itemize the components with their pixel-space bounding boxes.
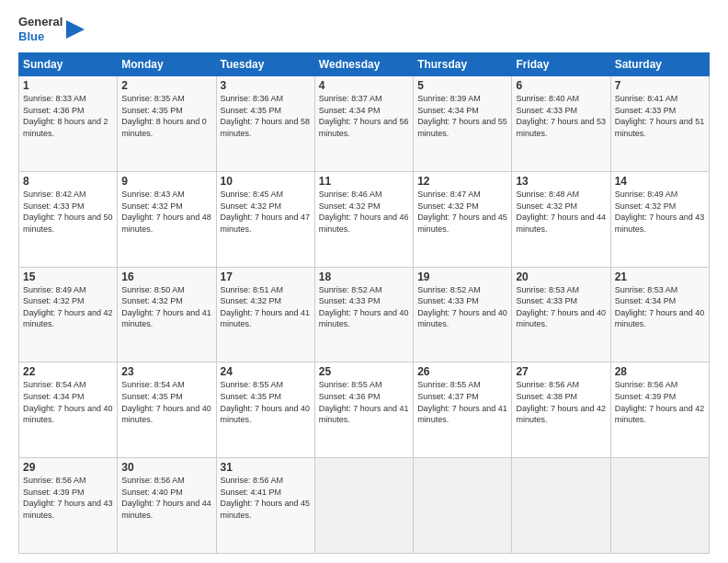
calendar-header-row: Sunday Monday Tuesday Wednesday Thursday… [19, 53, 710, 76]
day-info: Sunrise: 8:43 AM Sunset: 4:32 PM Dayligh… [121, 189, 211, 235]
day-number: 18 [319, 270, 409, 283]
day-number: 25 [319, 365, 409, 378]
table-row: 12 Sunrise: 8:47 AM Sunset: 4:32 PM Dayl… [414, 171, 512, 267]
day-info: Sunrise: 8:39 AM Sunset: 4:34 PM Dayligh… [417, 93, 507, 139]
day-number: 16 [121, 270, 211, 283]
day-number: 11 [319, 175, 409, 188]
day-number: 28 [615, 365, 705, 378]
table-row: 31 Sunrise: 8:56 AM Sunset: 4:41 PM Dayl… [216, 458, 314, 554]
day-info: Sunrise: 8:46 AM Sunset: 4:32 PM Dayligh… [319, 189, 409, 235]
day-number: 5 [417, 79, 507, 92]
day-info: Sunrise: 8:56 AM Sunset: 4:41 PM Dayligh… [221, 475, 311, 521]
day-number: 19 [417, 270, 507, 283]
table-row: 17 Sunrise: 8:51 AM Sunset: 4:32 PM Dayl… [216, 267, 314, 362]
table-row: 13 Sunrise: 8:48 AM Sunset: 4:32 PM Dayl… [512, 171, 610, 267]
logo-arrow-icon [66, 20, 85, 39]
calendar-table: Sunday Monday Tuesday Wednesday Thursday… [18, 52, 710, 554]
day-number: 24 [221, 365, 311, 378]
svg-marker-0 [66, 20, 85, 39]
day-number: 14 [615, 175, 705, 188]
day-info: Sunrise: 8:53 AM Sunset: 4:33 PM Dayligh… [516, 284, 606, 330]
day-info: Sunrise: 8:54 AM Sunset: 4:35 PM Dayligh… [121, 379, 211, 425]
day-number: 3 [221, 79, 311, 92]
day-number: 6 [516, 79, 606, 92]
table-row [610, 458, 709, 554]
table-row: 23 Sunrise: 8:54 AM Sunset: 4:35 PM Dayl… [118, 362, 216, 458]
day-info: Sunrise: 8:49 AM Sunset: 4:32 PM Dayligh… [615, 189, 705, 235]
table-row: 5 Sunrise: 8:39 AM Sunset: 4:34 PM Dayli… [414, 76, 512, 172]
table-row: 8 Sunrise: 8:42 AM Sunset: 4:33 PM Dayli… [19, 171, 118, 267]
day-number: 17 [221, 270, 311, 283]
day-info: Sunrise: 8:52 AM Sunset: 4:33 PM Dayligh… [319, 284, 409, 330]
day-number: 2 [121, 79, 211, 92]
table-row: 16 Sunrise: 8:50 AM Sunset: 4:32 PM Dayl… [118, 267, 216, 362]
day-info: Sunrise: 8:56 AM Sunset: 4:38 PM Dayligh… [516, 379, 606, 425]
col-wednesday: Wednesday [314, 53, 413, 76]
day-info: Sunrise: 8:55 AM Sunset: 4:35 PM Dayligh… [221, 379, 311, 425]
table-row: 1 Sunrise: 8:33 AM Sunset: 4:36 PM Dayli… [19, 76, 118, 172]
day-number: 31 [221, 461, 311, 474]
day-number: 23 [121, 365, 211, 378]
table-row: 30 Sunrise: 8:56 AM Sunset: 4:40 PM Dayl… [118, 458, 216, 554]
table-row: 9 Sunrise: 8:43 AM Sunset: 4:32 PM Dayli… [118, 171, 216, 267]
day-info: Sunrise: 8:37 AM Sunset: 4:34 PM Dayligh… [319, 93, 409, 139]
day-info: Sunrise: 8:36 AM Sunset: 4:35 PM Dayligh… [221, 93, 311, 139]
table-row: 15 Sunrise: 8:49 AM Sunset: 4:32 PM Dayl… [19, 267, 118, 362]
table-row: 19 Sunrise: 8:52 AM Sunset: 4:33 PM Dayl… [414, 267, 512, 362]
table-row [414, 458, 512, 554]
table-row: 11 Sunrise: 8:46 AM Sunset: 4:32 PM Dayl… [314, 171, 413, 267]
day-info: Sunrise: 8:47 AM Sunset: 4:32 PM Dayligh… [417, 189, 507, 235]
day-number: 27 [516, 365, 606, 378]
day-info: Sunrise: 8:54 AM Sunset: 4:34 PM Dayligh… [23, 379, 113, 425]
day-info: Sunrise: 8:42 AM Sunset: 4:33 PM Dayligh… [23, 189, 113, 235]
day-number: 10 [221, 175, 311, 188]
day-info: Sunrise: 8:50 AM Sunset: 4:32 PM Dayligh… [121, 284, 211, 330]
day-number: 9 [121, 175, 211, 188]
day-info: Sunrise: 8:33 AM Sunset: 4:36 PM Dayligh… [23, 93, 113, 139]
table-row: 27 Sunrise: 8:56 AM Sunset: 4:38 PM Dayl… [512, 362, 610, 458]
day-number: 20 [516, 270, 606, 283]
day-number: 13 [516, 175, 606, 188]
col-sunday: Sunday [19, 53, 118, 76]
table-row: 7 Sunrise: 8:41 AM Sunset: 4:33 PM Dayli… [610, 76, 709, 172]
logo: General Blue [18, 15, 85, 43]
day-info: Sunrise: 8:40 AM Sunset: 4:33 PM Dayligh… [516, 93, 606, 139]
day-info: Sunrise: 8:56 AM Sunset: 4:39 PM Dayligh… [615, 379, 705, 425]
day-info: Sunrise: 8:55 AM Sunset: 4:36 PM Dayligh… [319, 379, 409, 425]
day-number: 22 [23, 365, 113, 378]
day-number: 21 [615, 270, 705, 283]
day-info: Sunrise: 8:35 AM Sunset: 4:35 PM Dayligh… [121, 93, 211, 139]
table-row [512, 458, 610, 554]
table-row: 3 Sunrise: 8:36 AM Sunset: 4:35 PM Dayli… [216, 76, 314, 172]
table-row: 10 Sunrise: 8:45 AM Sunset: 4:32 PM Dayl… [216, 171, 314, 267]
day-info: Sunrise: 8:56 AM Sunset: 4:40 PM Dayligh… [121, 475, 211, 521]
day-info: Sunrise: 8:41 AM Sunset: 4:33 PM Dayligh… [615, 93, 705, 139]
day-number: 1 [23, 79, 113, 92]
table-row: 18 Sunrise: 8:52 AM Sunset: 4:33 PM Dayl… [314, 267, 413, 362]
table-row: 21 Sunrise: 8:53 AM Sunset: 4:34 PM Dayl… [610, 267, 709, 362]
col-friday: Friday [512, 53, 610, 76]
table-row: 4 Sunrise: 8:37 AM Sunset: 4:34 PM Dayli… [314, 76, 413, 172]
day-info: Sunrise: 8:49 AM Sunset: 4:32 PM Dayligh… [23, 284, 113, 330]
day-info: Sunrise: 8:56 AM Sunset: 4:39 PM Dayligh… [23, 475, 113, 521]
col-thursday: Thursday [414, 53, 512, 76]
day-info: Sunrise: 8:55 AM Sunset: 4:37 PM Dayligh… [417, 379, 507, 425]
day-info: Sunrise: 8:52 AM Sunset: 4:33 PM Dayligh… [417, 284, 507, 330]
day-number: 26 [417, 365, 507, 378]
table-row: 25 Sunrise: 8:55 AM Sunset: 4:36 PM Dayl… [314, 362, 413, 458]
day-number: 29 [23, 461, 113, 474]
day-info: Sunrise: 8:51 AM Sunset: 4:32 PM Dayligh… [221, 284, 311, 330]
col-tuesday: Tuesday [216, 53, 314, 76]
table-row: 2 Sunrise: 8:35 AM Sunset: 4:35 PM Dayli… [118, 76, 216, 172]
header: General Blue [18, 15, 710, 43]
calendar-week-row: 15 Sunrise: 8:49 AM Sunset: 4:32 PM Dayl… [19, 267, 710, 362]
calendar-week-row: 1 Sunrise: 8:33 AM Sunset: 4:36 PM Dayli… [19, 76, 710, 172]
day-number: 7 [615, 79, 705, 92]
table-row: 20 Sunrise: 8:53 AM Sunset: 4:33 PM Dayl… [512, 267, 610, 362]
day-number: 12 [417, 175, 507, 188]
day-info: Sunrise: 8:53 AM Sunset: 4:34 PM Dayligh… [615, 284, 705, 330]
col-saturday: Saturday [610, 53, 709, 76]
calendar-week-row: 29 Sunrise: 8:56 AM Sunset: 4:39 PM Dayl… [19, 458, 710, 554]
table-row: 29 Sunrise: 8:56 AM Sunset: 4:39 PM Dayl… [19, 458, 118, 554]
table-row [314, 458, 413, 554]
